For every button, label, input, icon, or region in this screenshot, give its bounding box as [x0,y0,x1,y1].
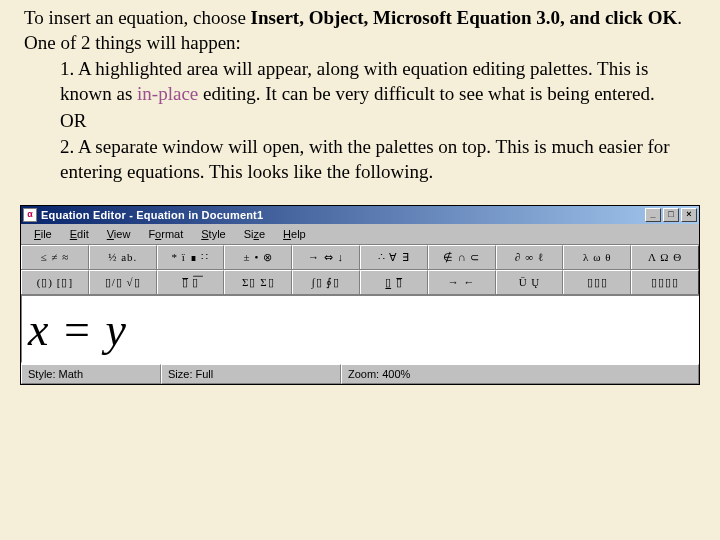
palette-operators[interactable]: ± • ⊗ [224,245,292,269]
palette-labeled-arrow[interactable]: → ← [428,270,496,294]
equation-rhs: y [105,300,127,360]
intro-paragraph: To insert an equation, choose Insert, Ob… [24,6,696,55]
menu-view[interactable]: View [98,226,140,242]
palette-logical[interactable]: ∴ ∀ ∃ [360,245,428,269]
item-2: 2. A separate window will open, with the… [24,135,696,184]
palette-relational[interactable]: ≤ ≠ ≈ [21,245,89,269]
inplace-link[interactable]: in-place [137,83,198,104]
palette-matrix-small[interactable]: ▯▯▯ [563,270,631,294]
or-line: OR [24,109,696,134]
palette-sum[interactable]: Σ▯ Σ▯ [224,270,292,294]
menu-edit[interactable]: Edit [61,226,98,242]
titlebar[interactable]: α Equation Editor - Equation in Document… [21,206,699,224]
status-zoom: Zoom: 400% [341,364,699,384]
palette-matrix[interactable]: ▯▯▯▯ [631,270,699,294]
palette-toolbar: ≤ ≠ ≈ ½ ab. * ï ∎ ∷ ± • ⊗ → ⇔ ↓ ∴ ∀ ∃ ∉ … [21,245,699,295]
window-title: Equation Editor - Equation in Document1 [41,208,645,222]
equation-editor-window: α Equation Editor - Equation in Document… [20,205,700,386]
equation-lhs: x [28,300,50,360]
palette-misc[interactable]: ∂ ∞ ℓ [496,245,564,269]
menu-size[interactable]: Size [235,226,274,242]
palette-greek-upper[interactable]: Λ Ω Θ [631,245,699,269]
palette-integral[interactable]: ∫▯ ∮▯ [292,270,360,294]
maximize-button[interactable]: □ [663,208,679,222]
status-style: Style: Math [21,364,161,384]
minimize-button[interactable]: _ [645,208,661,222]
palette-products[interactable]: Ū Ų [496,270,564,294]
equation-op: = [50,300,105,360]
status-size: Size: Full [161,364,341,384]
menubar: File Edit View Format Style Size Help [21,224,699,245]
app-icon[interactable]: α [23,208,37,222]
statusbar: Style: Math Size: Full Zoom: 400% [21,363,699,384]
palette-embellish[interactable]: * ï ∎ ∷ [157,245,225,269]
palette-greek-lower[interactable]: λ ω θ [563,245,631,269]
palette-row-2: (▯) [▯] ▯/▯ √▯ ▯̅ ▯͞ Σ▯ Σ▯ ∫▯ ∮▯ ▯̲ ▯̅ →… [21,270,699,295]
palette-fences[interactable]: (▯) [▯] [21,270,89,294]
close-button[interactable]: × [681,208,697,222]
item-1: 1. A highlighted area will appear, along… [24,57,696,106]
menu-style[interactable]: Style [192,226,234,242]
palette-set[interactable]: ∉ ∩ ⊂ [428,245,496,269]
palette-overbar[interactable]: ▯̲ ▯̅ [360,270,428,294]
intro-pre: To insert an equation, choose [24,7,251,28]
menu-file[interactable]: File [25,226,61,242]
menu-format[interactable]: Format [139,226,192,242]
palette-row-1: ≤ ≠ ≈ ½ ab. * ï ∎ ∷ ± • ⊗ → ⇔ ↓ ∴ ∀ ∃ ∉ … [21,245,699,270]
menu-help[interactable]: Help [274,226,315,242]
equation-canvas[interactable]: x = y [21,295,699,363]
palette-arrows[interactable]: → ⇔ ↓ [292,245,360,269]
palette-spaces[interactable]: ½ ab. [89,245,157,269]
intro-bold: Insert, Object, Microsoft Equation 3.0, … [251,7,678,28]
palette-subsup[interactable]: ▯̅ ▯͞ [157,270,225,294]
palette-fractions[interactable]: ▯/▯ √▯ [89,270,157,294]
item1-post: editing. It can be very difficult to see… [198,83,655,104]
